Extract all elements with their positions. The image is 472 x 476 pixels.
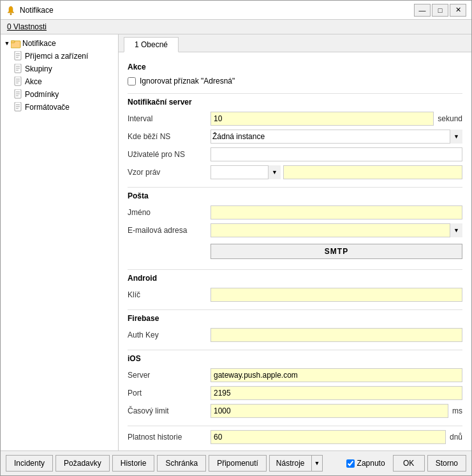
- kde-bezi-label: Kde běží NS: [128, 132, 210, 141]
- expand-arrow: ▼: [3, 40, 11, 47]
- doc-icon-akce: [13, 77, 24, 87]
- casovy-limit-row: Časový limit ms: [128, 404, 462, 418]
- sidebar-item-akce[interactable]: Akce: [11, 75, 118, 88]
- vzor-select[interactable]: [210, 165, 281, 179]
- doc-icon: [13, 51, 24, 61]
- folder-icon: [11, 38, 21, 48]
- ok-button[interactable]: OK: [393, 455, 425, 472]
- nastroje-dropdown-button[interactable]: ▼: [311, 455, 323, 472]
- nastroje-button[interactable]: Nástroje: [269, 455, 311, 472]
- doc-icon-skupiny: [13, 64, 24, 74]
- sidebar: ▼ Notifikace Příjemci a zařízení: [1, 34, 119, 450]
- interval-input[interactable]: [210, 112, 434, 126]
- vlastnosti-menu[interactable]: 0 Vlastnosti: [3, 21, 50, 33]
- jmeno-input[interactable]: [210, 205, 462, 219]
- zapnuto-label[interactable]: Zapnuto: [346, 459, 385, 468]
- port-label: Port: [128, 389, 210, 398]
- klic-input[interactable]: [210, 288, 462, 302]
- sidebar-label-notifikace: Notifikace: [22, 39, 56, 48]
- platnost-group: dnů: [210, 430, 462, 444]
- auth-key-label: Auth Key: [128, 331, 210, 339]
- kde-bezi-select-wrapper: Žádná instance ▼: [210, 130, 462, 144]
- close-button[interactable]: ✕: [450, 4, 466, 17]
- content-area: ▼ Notifikace Příjemci a zařízení: [1, 34, 471, 450]
- klic-label: Klíč: [128, 290, 210, 299]
- notif-server-section: Notifikační server Interval sekund Kde b…: [128, 98, 462, 179]
- uzivatele-row: Uživatelé pro NS: [128, 147, 462, 161]
- smtp-row: SMTP: [128, 241, 462, 262]
- sidebar-item-formatovace[interactable]: Formátovače: [11, 101, 118, 114]
- akce-header: Akce: [128, 63, 462, 71]
- doc-icon-formatovace: [13, 102, 24, 112]
- sidebar-item-skupiny[interactable]: Skupiny: [11, 63, 118, 75]
- server-input[interactable]: [210, 368, 462, 382]
- uzivatele-label: Uživatelé pro NS: [128, 150, 210, 159]
- menu-bar: 0 Vlastnosti: [1, 20, 471, 34]
- schranka-button[interactable]: Schránka: [157, 455, 206, 472]
- title-buttons: — □ ✕: [414, 4, 466, 17]
- interval-row: Interval sekund: [128, 112, 462, 126]
- title-bar-left: Notifikace: [6, 5, 54, 15]
- nastroje-group: Nástroje ▼: [269, 455, 323, 472]
- bottom-bar: Incidenty Požadavky Historie Schránka Př…: [1, 450, 471, 475]
- sidebar-item-prijemci[interactable]: Příjemci a zařízení: [11, 50, 118, 63]
- ignore-label: Ignorovat příznak "Adresná": [140, 77, 235, 86]
- email-select-wrapper: ▼: [210, 223, 462, 237]
- firebase-header: Firebase: [128, 314, 462, 323]
- auth-key-input[interactable]: [210, 328, 462, 342]
- kde-bezi-select[interactable]: Žádná instance: [210, 130, 462, 144]
- casovy-limit-label: Časový limit: [128, 406, 210, 415]
- storno-button[interactable]: Storno: [427, 455, 466, 472]
- zapnuto-checkbox[interactable]: [346, 459, 355, 468]
- platnost-input[interactable]: [210, 430, 446, 444]
- platnost-row: Platnost historie dnů: [128, 430, 462, 444]
- sidebar-item-notifikace[interactable]: ▼ Notifikace: [1, 37, 118, 50]
- main-panel: 1 Obecné Akce Ignorovat příznak "Adresná…: [119, 34, 471, 450]
- casovy-limit-group: ms: [210, 404, 462, 418]
- doc-icon-podminky: [13, 89, 24, 100]
- title-bar: Notifikace — □ ✕: [1, 1, 471, 20]
- pripomenuti-button[interactable]: Připomenutí: [209, 455, 267, 472]
- server-row: Server: [128, 368, 462, 382]
- tab-obecne[interactable]: 1 Obecné: [124, 37, 179, 52]
- sidebar-item-podminky[interactable]: Podmínky: [11, 88, 118, 101]
- email-label: E-mailová adresa: [128, 226, 210, 235]
- ignore-checkbox[interactable]: [128, 77, 136, 86]
- sidebar-label-prijemci: Příjemci a zařízení: [25, 52, 88, 61]
- minimize-button[interactable]: —: [414, 4, 431, 17]
- main-window: Notifikace — □ ✕ 0 Vlastnosti ▼ Notifika…: [0, 0, 472, 476]
- svg-point-0: [10, 13, 12, 15]
- ios-section: iOS Server Port Časový limit ms: [128, 354, 462, 418]
- casovy-limit-input[interactable]: [210, 404, 448, 418]
- pozadavky-button[interactable]: Požadavky: [55, 455, 110, 472]
- interval-input-group: sekund: [210, 112, 462, 126]
- vzor-row: Vzor práv ▼: [128, 165, 462, 179]
- historie-button[interactable]: Historie: [112, 455, 155, 472]
- notif-server-header: Notifikační server: [128, 98, 462, 107]
- divider5: [128, 350, 462, 350]
- uzivatele-input[interactable]: [210, 147, 462, 161]
- interval-suffix: sekund: [438, 114, 462, 123]
- window-title: Notifikace: [20, 6, 54, 15]
- port-input[interactable]: [210, 386, 462, 400]
- maximize-button[interactable]: □: [432, 4, 448, 17]
- tabs: 1 Obecné: [119, 34, 471, 52]
- posta-section: Pošta Jméno E-mailová adresa ▼: [128, 191, 462, 262]
- sidebar-label-formatovace: Formátovače: [25, 103, 70, 112]
- sidebar-label-akce: Akce: [25, 77, 42, 86]
- divider3: [128, 269, 462, 270]
- vzor-pair: ▼: [210, 165, 462, 179]
- divider6: [128, 426, 462, 426]
- firebase-section: Firebase Auth Key: [128, 314, 462, 342]
- sidebar-label-podminky: Podmínky: [25, 90, 59, 99]
- smtp-button[interactable]: SMTP: [210, 244, 462, 259]
- vzor-label: Vzor práv: [128, 168, 210, 177]
- email-row: E-mailová adresa ▼: [128, 223, 462, 237]
- zapnuto-text: Zapnuto: [357, 459, 385, 468]
- jmeno-row: Jméno: [128, 205, 462, 219]
- incidenty-button[interactable]: Incidenty: [6, 455, 53, 472]
- vzor-input[interactable]: [283, 165, 462, 179]
- vzor-select-wrapper: ▼: [210, 165, 281, 179]
- email-select[interactable]: [210, 223, 462, 237]
- kde-bezi-row: Kde běží NS Žádná instance ▼: [128, 130, 462, 144]
